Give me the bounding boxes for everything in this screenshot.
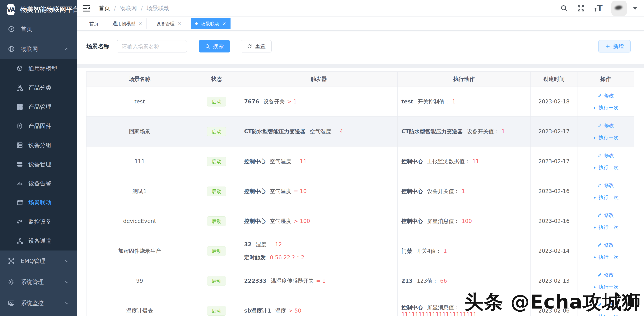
property-name: 温度 bbox=[275, 308, 286, 314]
play-icon bbox=[593, 285, 597, 289]
run-once-link[interactable]: 执行一次 bbox=[578, 284, 634, 290]
sidebar-item-model[interactable]: 通用物模型 bbox=[0, 59, 77, 78]
section-divider bbox=[77, 64, 644, 68]
iot-icon bbox=[8, 45, 15, 53]
action-line: 213123值：66 bbox=[402, 277, 528, 285]
breadcrumb-home[interactable]: 首页 bbox=[98, 4, 110, 12]
property-name: 123值： bbox=[417, 278, 438, 284]
sidebar: VA 物美智能物联网平台 首页物联网通用物模型产品分类产品管理产品固件设备分组设… bbox=[0, 0, 77, 316]
run-once-link[interactable]: 执行一次 bbox=[578, 104, 634, 111]
edit-link[interactable]: 修改 bbox=[578, 212, 634, 218]
scene-name-label: 场景名称 bbox=[86, 42, 109, 50]
run-once-link[interactable]: 执行一次 bbox=[578, 134, 634, 141]
scene-name-input[interactable] bbox=[116, 40, 187, 52]
sidebar-item-category[interactable]: 产品分类 bbox=[0, 78, 77, 97]
top-navbar: 首页 / 物联网 / 场景联动 TT bbox=[77, 0, 644, 17]
close-tab-icon[interactable]: × bbox=[178, 21, 182, 26]
sidebar-item-product[interactable]: 产品管理 bbox=[0, 97, 77, 117]
run-once-link[interactable]: 执行一次 bbox=[578, 314, 634, 316]
sidebar-item-channel[interactable]: 设备通道 bbox=[0, 231, 77, 251]
sidebar-item-monitor[interactable]: 系统监控 bbox=[0, 293, 77, 314]
chevron-down-icon bbox=[64, 301, 70, 306]
alert-icon bbox=[16, 180, 24, 187]
font-size-icon[interactable]: TT bbox=[594, 4, 602, 12]
status-cell: 启动 bbox=[193, 266, 240, 296]
edit-link[interactable]: 修改 bbox=[578, 242, 634, 248]
sidebar-fold-icon[interactable] bbox=[82, 4, 90, 12]
scene-name-cell: test bbox=[86, 87, 193, 117]
sidebar-item-alert[interactable]: 设备告警 bbox=[0, 174, 77, 193]
add-button[interactable]: 新增 bbox=[598, 40, 630, 52]
condition-value: = 4 bbox=[334, 128, 343, 135]
tab-首页[interactable]: 首页 bbox=[85, 18, 103, 29]
close-tab-icon[interactable]: × bbox=[138, 21, 142, 26]
refresh-icon bbox=[247, 44, 252, 49]
breadcrumb-iot[interactable]: 物联网 bbox=[120, 4, 137, 12]
scene-name-cell: 加密固件烧录生产 bbox=[86, 236, 193, 266]
sidebar-item-settings[interactable]: 系统管理 bbox=[0, 272, 77, 293]
sidebar-item-label: 产品分类 bbox=[28, 84, 52, 92]
tab-label: 场景联动 bbox=[201, 21, 219, 27]
search-button[interactable]: 搜索 bbox=[199, 40, 230, 52]
chevron-down-icon bbox=[64, 258, 70, 264]
edit-link[interactable]: 修改 bbox=[578, 92, 634, 99]
property-name: 空气湿度 bbox=[310, 128, 331, 135]
tab-label: 首页 bbox=[89, 21, 98, 27]
scene-name-cell: 回家场景 bbox=[86, 117, 193, 147]
scene-name-cell: 测试1 bbox=[86, 176, 193, 206]
trigger-line: 控制中心空气温度= 11 bbox=[244, 158, 395, 165]
chevron-up-icon bbox=[64, 46, 70, 52]
sidebar-item-dashboard[interactable]: 首页 bbox=[0, 19, 77, 39]
device-name: 213 bbox=[402, 278, 412, 284]
status-badge: 启动 bbox=[207, 306, 226, 316]
edit-link[interactable]: 修改 bbox=[578, 272, 634, 278]
sidebar-item-emq[interactable]: EMQ管理 bbox=[0, 251, 77, 272]
close-tab-icon[interactable]: × bbox=[222, 21, 226, 26]
sidebar-item-camera[interactable]: 监控设备 bbox=[0, 212, 77, 231]
sidebar-item-iot[interactable]: 物联网 bbox=[0, 39, 77, 59]
run-once-link[interactable]: 执行一次 bbox=[578, 254, 634, 260]
tab-通用物模型[interactable]: 通用物模型× bbox=[108, 18, 147, 29]
app-title: 物美智能物联网平台 bbox=[20, 5, 79, 14]
search-icon[interactable] bbox=[560, 4, 568, 12]
condition-value: 0 56 22 ? * 2 bbox=[270, 254, 304, 261]
main-content: 场景名称 搜索 重置 新增 bbox=[77, 31, 644, 316]
edit-link[interactable]: 修改 bbox=[578, 302, 634, 308]
tab-场景联动[interactable]: 场景联动× bbox=[191, 18, 230, 29]
device-name: 7676 bbox=[244, 98, 259, 105]
run-once-link[interactable]: 执行一次 bbox=[578, 224, 634, 231]
edit-link[interactable]: 修改 bbox=[578, 122, 634, 129]
device-name: 控制中心 bbox=[402, 304, 423, 311]
column-header: 执行动作 bbox=[398, 72, 531, 87]
fullscreen-icon[interactable] bbox=[577, 4, 585, 12]
run-once-link[interactable]: 执行一次 bbox=[578, 194, 634, 201]
sidebar-item-label: 产品固件 bbox=[28, 122, 52, 130]
sidebar-item-firmware[interactable]: 产品固件 bbox=[0, 117, 77, 136]
property-name: 屏显消息值： bbox=[427, 218, 459, 224]
user-avatar[interactable] bbox=[612, 0, 627, 16]
sidebar-item-devgroup[interactable]: 设备分组 bbox=[0, 136, 77, 155]
sidebar-item-device[interactable]: 设备管理 bbox=[0, 155, 77, 174]
edit-link[interactable]: 修改 bbox=[578, 182, 634, 189]
reset-button[interactable]: 重置 bbox=[241, 40, 272, 52]
operations-cell: 修改执行一次 bbox=[578, 176, 634, 206]
run-once-link[interactable]: 执行一次 bbox=[578, 164, 634, 171]
sidebar-item-scene[interactable]: 场景联动 bbox=[0, 193, 77, 212]
dashboard-icon bbox=[8, 25, 15, 33]
table-row: test启动7676设备开关> 1test开关控制值：12023-02-18修改… bbox=[86, 87, 634, 117]
tab-设备管理[interactable]: 设备管理× bbox=[152, 18, 186, 29]
trigger-line: 222333温湿度传感器开关= 1 bbox=[244, 277, 395, 285]
devgroup-icon bbox=[16, 142, 24, 149]
status-badge: 启动 bbox=[207, 216, 226, 226]
device-name: test bbox=[402, 98, 413, 105]
edit-link[interactable]: 修改 bbox=[578, 152, 634, 159]
device-name: 控制中心 bbox=[402, 158, 423, 164]
action-cell: 控制中心屏显消息值：100 bbox=[398, 206, 531, 236]
trigger-line: 控制中心空气湿度> 100 bbox=[244, 218, 395, 225]
table-row: 温度计爆表启动sb温度计1温度> 50控制中心屏显消息值：11111111111… bbox=[86, 296, 634, 316]
trigger-cell: 32湿度= 12定时触发0 56 22 ? * 2 bbox=[240, 236, 398, 266]
trigger-cell: 控制中心空气湿度> 100 bbox=[240, 206, 398, 236]
property-name: 设备开关 bbox=[263, 98, 285, 105]
caret-down-icon[interactable] bbox=[633, 7, 638, 10]
table-row: deviceEvent启动控制中心空气湿度> 100控制中心屏显消息值：1002… bbox=[86, 206, 634, 236]
